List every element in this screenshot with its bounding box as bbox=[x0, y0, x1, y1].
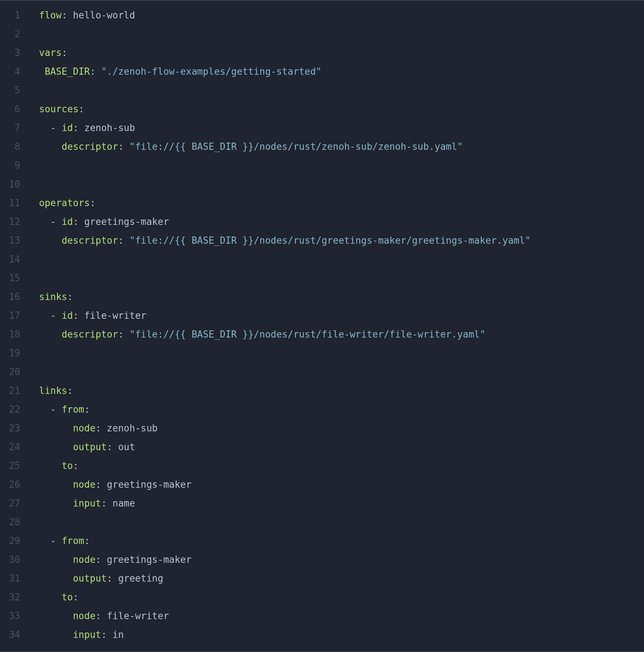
token-punct: : bbox=[73, 592, 79, 603]
token-str: "file://{{ BASE_DIR }}/nodes/rust/greeti… bbox=[129, 235, 530, 246]
code-line[interactable]: input: name bbox=[39, 494, 644, 513]
line-number: 29 bbox=[0, 531, 27, 550]
code-line[interactable]: descriptor: "file://{{ BASE_DIR }}/nodes… bbox=[39, 137, 644, 156]
token-punct: : bbox=[62, 47, 68, 58]
code-line[interactable]: - id: file-writer bbox=[39, 306, 644, 325]
line-number: 31 bbox=[0, 569, 27, 588]
token-punct: : bbox=[79, 104, 84, 114]
code-line[interactable] bbox=[39, 156, 644, 175]
token-punct: : bbox=[84, 404, 90, 415]
line-number: 15 bbox=[0, 269, 27, 287]
line-number: 30 bbox=[0, 550, 27, 569]
token-plain: greetings-maker bbox=[107, 479, 192, 490]
token-str: "./zenoh-flow-examples/getting-started" bbox=[101, 66, 321, 77]
token-plain: in bbox=[113, 629, 124, 640]
token-key: links bbox=[39, 385, 67, 396]
token-key: to bbox=[62, 460, 73, 471]
line-number: 24 bbox=[0, 438, 27, 456]
token-punct: : bbox=[96, 554, 107, 565]
code-line[interactable]: output: out bbox=[39, 438, 644, 456]
line-number: 3 bbox=[0, 43, 27, 62]
token-punct bbox=[39, 573, 73, 584]
token-plain: hello-world bbox=[73, 10, 135, 21]
line-number: 6 bbox=[0, 100, 27, 118]
token-punct: : bbox=[67, 385, 73, 396]
token-key: id bbox=[62, 310, 73, 321]
token-key: from bbox=[62, 404, 84, 415]
code-line[interactable]: node: greetings-maker bbox=[39, 475, 644, 494]
code-line[interactable]: sinks: bbox=[39, 287, 644, 306]
line-number: 4 bbox=[0, 62, 27, 81]
token-punct bbox=[39, 66, 45, 77]
code-line[interactable]: - id: greetings-maker bbox=[39, 212, 644, 231]
code-line[interactable] bbox=[39, 513, 644, 531]
token-str: "file://{{ BASE_DIR }}/nodes/rust/zenoh-… bbox=[129, 141, 463, 152]
token-plain: out bbox=[118, 442, 135, 452]
line-number: 17 bbox=[0, 306, 27, 325]
code-line[interactable] bbox=[39, 250, 644, 269]
line-number: 9 bbox=[0, 156, 27, 175]
token-punct bbox=[39, 498, 73, 509]
line-number: 22 bbox=[0, 400, 27, 419]
token-key: output bbox=[73, 442, 107, 452]
token-punct: : bbox=[107, 573, 118, 584]
code-line[interactable]: flow: hello-world bbox=[39, 6, 644, 25]
token-punct: : bbox=[96, 479, 107, 490]
token-punct: : bbox=[73, 122, 84, 133]
token-punct bbox=[39, 592, 62, 603]
code-line[interactable]: output: greeting bbox=[39, 569, 644, 588]
code-area[interactable]: flow: hello-world vars: BASE_DIR: "./zen… bbox=[27, 1, 644, 651]
code-line[interactable]: - from: bbox=[39, 531, 644, 550]
code-line[interactable]: sources: bbox=[39, 100, 644, 118]
token-key: node bbox=[73, 479, 96, 490]
code-line[interactable]: operators: bbox=[39, 194, 644, 212]
code-line[interactable]: BASE_DIR: "./zenoh-flow-examples/getting… bbox=[39, 62, 644, 81]
token-plain: file-writer bbox=[84, 310, 146, 321]
code-line[interactable]: descriptor: "file://{{ BASE_DIR }}/nodes… bbox=[39, 325, 644, 344]
line-number: 5 bbox=[0, 81, 27, 100]
code-line[interactable]: links: bbox=[39, 381, 644, 400]
token-punct: - bbox=[39, 122, 62, 133]
code-line[interactable] bbox=[39, 81, 644, 100]
token-plain: zenoh-sub bbox=[107, 423, 158, 434]
token-punct: : bbox=[73, 216, 84, 227]
code-line[interactable]: node: greetings-maker bbox=[39, 550, 644, 569]
token-key: node bbox=[73, 554, 96, 565]
code-line[interactable]: to: bbox=[39, 588, 644, 607]
token-punct: : bbox=[118, 141, 129, 152]
code-line[interactable]: - id: zenoh-sub bbox=[39, 118, 644, 137]
line-number: 13 bbox=[0, 231, 27, 250]
token-punct: : bbox=[90, 197, 96, 208]
token-punct: : bbox=[73, 310, 84, 321]
code-line[interactable] bbox=[39, 344, 644, 362]
code-line[interactable]: node: file-writer bbox=[39, 607, 644, 625]
token-plain: name bbox=[113, 498, 135, 509]
token-key: descriptor bbox=[62, 235, 118, 246]
code-line[interactable]: - from: bbox=[39, 400, 644, 419]
code-line[interactable] bbox=[39, 25, 644, 43]
token-plain: file-writer bbox=[107, 610, 169, 621]
line-number: 26 bbox=[0, 475, 27, 494]
token-punct: - bbox=[39, 310, 62, 321]
code-line[interactable]: descriptor: "file://{{ BASE_DIR }}/nodes… bbox=[39, 231, 644, 250]
token-key: from bbox=[62, 535, 84, 546]
code-line[interactable] bbox=[39, 269, 644, 287]
line-number-gutter: 1234567891011121314151617181920212223242… bbox=[0, 1, 27, 651]
code-line[interactable]: input: in bbox=[39, 625, 644, 644]
token-punct: : bbox=[96, 610, 107, 621]
line-number: 19 bbox=[0, 344, 27, 362]
code-editor[interactable]: 1234567891011121314151617181920212223242… bbox=[0, 0, 644, 652]
line-number: 27 bbox=[0, 494, 27, 513]
line-number: 2 bbox=[0, 25, 27, 43]
token-punct bbox=[39, 460, 62, 471]
code-line[interactable]: node: zenoh-sub bbox=[39, 419, 644, 438]
token-punct: : bbox=[107, 442, 118, 452]
token-punct bbox=[39, 629, 73, 640]
code-line[interactable]: to: bbox=[39, 456, 644, 475]
code-line[interactable]: vars: bbox=[39, 43, 644, 62]
line-number: 32 bbox=[0, 588, 27, 607]
token-key: sinks bbox=[39, 291, 67, 302]
line-number: 18 bbox=[0, 325, 27, 344]
code-line[interactable] bbox=[39, 362, 644, 381]
code-line[interactable] bbox=[39, 175, 644, 194]
